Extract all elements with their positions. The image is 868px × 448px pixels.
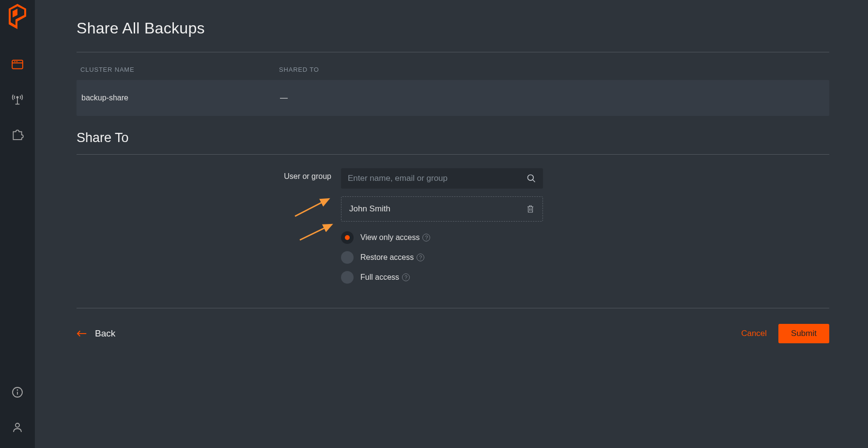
col-header-cluster: CLUSTER NAME <box>80 66 279 73</box>
sidebar <box>0 0 35 448</box>
radio-full[interactable]: Full access ? <box>341 271 543 284</box>
cancel-link[interactable]: Cancel <box>741 329 767 338</box>
back-arrow-icon <box>77 330 87 337</box>
table-header: CLUSTER NAME SHARED TO <box>77 62 829 80</box>
col-header-shared: SHARED TO <box>279 66 319 73</box>
selected-user-chip: John Smith <box>341 196 543 222</box>
page-title: Share All Backups <box>77 19 829 37</box>
main-content: Share All Backups CLUSTER NAME SHARED TO… <box>35 0 868 448</box>
cluster-table: CLUSTER NAME SHARED TO backup-share — <box>77 62 829 116</box>
cell-cluster-name: backup-share <box>81 94 280 102</box>
svg-point-9 <box>17 390 18 390</box>
radio-label: Full access <box>360 273 399 282</box>
divider <box>77 154 829 155</box>
user-icon[interactable] <box>11 421 24 433</box>
info-icon[interactable] <box>11 386 24 399</box>
help-icon[interactable]: ? <box>402 273 410 281</box>
radio-button[interactable] <box>341 251 354 264</box>
back-label: Back <box>95 328 115 339</box>
radio-view-only[interactable]: View only access ? <box>341 231 543 244</box>
user-search-input[interactable] <box>348 174 527 183</box>
radio-label: Restore access <box>360 253 414 262</box>
antenna-icon[interactable] <box>11 93 24 106</box>
selected-user-name: John Smith <box>349 204 390 214</box>
trash-icon[interactable] <box>526 204 535 214</box>
svg-point-10 <box>16 423 19 427</box>
puzzle-icon[interactable] <box>11 128 24 141</box>
radio-label: View only access <box>360 233 419 242</box>
share-form: User or group John Smith <box>77 168 829 291</box>
radio-restore[interactable]: Restore access ? <box>341 251 543 264</box>
share-to-title: Share To <box>77 130 829 145</box>
dashboard-icon[interactable] <box>11 58 24 71</box>
search-wrapper <box>341 168 543 189</box>
radio-button[interactable] <box>341 271 354 284</box>
divider <box>77 308 829 308</box>
radio-button[interactable] <box>341 231 354 244</box>
help-icon[interactable]: ? <box>422 234 430 241</box>
access-radio-group: View only access ? Restore access ? Full… <box>341 231 543 284</box>
back-button[interactable]: Back <box>77 328 115 339</box>
footer: Back Cancel Submit <box>77 324 829 343</box>
help-icon[interactable]: ? <box>417 254 424 261</box>
portworx-logo[interactable] <box>9 4 26 29</box>
submit-button[interactable]: Submit <box>778 324 829 343</box>
search-icon[interactable] <box>527 174 536 183</box>
cell-shared-to: — <box>280 94 288 102</box>
table-row: backup-share — <box>77 80 829 116</box>
svg-point-11 <box>528 175 534 181</box>
user-or-group-label: User or group <box>270 168 331 291</box>
divider <box>77 52 829 52</box>
svg-line-12 <box>533 180 535 182</box>
